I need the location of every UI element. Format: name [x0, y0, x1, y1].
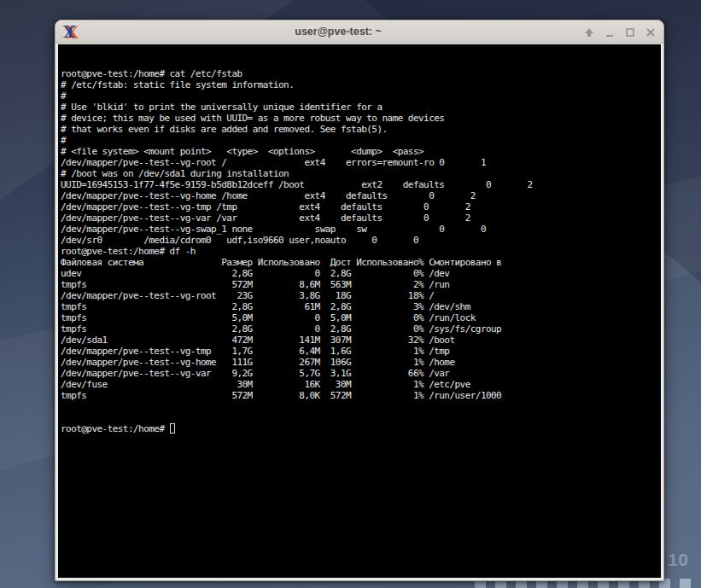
terminal-line: Файловая система Размер Использовано Дос…	[61, 257, 661, 268]
terminal-line: tmpfs 5,0M 0 5,0M 0% /run/lock	[61, 312, 661, 323]
terminal-line: /dev/mapper/pve--test--vg-var 9,2G 5,7G …	[61, 368, 661, 379]
terminal-line: # Use 'blkid' to print the universally u…	[61, 102, 661, 113]
terminal-line: udev 2,8G 0 2,8G 0% /dev	[61, 268, 661, 279]
terminal-line: /dev/mapper/pve--test--vg-var /var ext4 …	[61, 212, 661, 224]
terminal-line: #	[61, 135, 661, 146]
terminal-line: /dev/sr0 /media/cdrom0 udf,iso9660 user,…	[61, 235, 661, 246]
terminal-line: /dev/mapper/pve--test--vg-tmp 1,7G 6,4M …	[61, 346, 661, 357]
terminal-line: tmpfs 572M 8,6M 563M 2% /run	[61, 279, 661, 290]
terminal-line: tmpfs 2,8G 61M 2,8G 3% /dev/shm	[61, 301, 661, 312]
shade-up-arrow-icon[interactable]	[583, 26, 594, 38]
desktop: 10 X X user@pve-test: ~	[0, 0, 701, 588]
terminal-screen[interactable]: root@pve-test:/home# cat /etc/fstab# /et…	[58, 44, 661, 578]
terminal-cursor	[170, 423, 175, 434]
window-controls	[583, 20, 656, 44]
terminal-line: /dev/mapper/pve--test--vg-swap_1 none sw…	[61, 224, 661, 235]
titlebar[interactable]: X X user@pve-test: ~	[55, 20, 663, 44]
terminal-line: # that works even if disks are added and…	[61, 124, 661, 135]
terminal-window: X X user@pve-test: ~	[55, 20, 664, 581]
terminal-line: # device; this may be used with UUID= as…	[61, 113, 661, 124]
terminal-line: /dev/fuse 30M 16K 30M 1% /etc/pve	[61, 379, 661, 390]
terminal-line: /dev/mapper/pve--test--vg-home 111G 267M…	[61, 357, 661, 368]
close-icon[interactable]	[645, 26, 656, 38]
prompt-line: root@pve-test:/home#	[61, 423, 661, 434]
terminal-line: /dev/mapper/pve--test--vg-root 23G 3,8G …	[61, 290, 661, 301]
svg-text:X: X	[66, 23, 79, 41]
terminal-output: root@pve-test:/home# cat /etc/fstab# /et…	[61, 68, 661, 401]
terminal-line: # /boot was on /dev/sda1 during installa…	[61, 168, 661, 179]
terminal-line: root@pve-test:/home# cat /etc/fstab	[61, 68, 661, 79]
terminal-line: # /etc/fstab: static file system informa…	[61, 79, 661, 90]
window-title: user@pve-test: ~	[107, 26, 570, 38]
terminal-line: /dev/mapper/pve--test--vg-tmp /tmp ext4 …	[61, 201, 661, 212]
terminal-line: root@pve-test:/home# df -h	[61, 246, 661, 257]
wallpaper-version-label: 10	[668, 550, 688, 570]
maximize-icon[interactable]	[624, 26, 635, 38]
terminal-line: /dev/sda1 472M 141M 307M 32% /boot	[61, 335, 661, 346]
prompt-text: root@pve-test:/home#	[61, 423, 170, 434]
terminal-line: # <file system> <mount point> <type> <op…	[61, 146, 661, 157]
terminal-line: UUID=16945153-1f77-4f5e-9159-b5d8b12dcef…	[61, 179, 661, 190]
terminal-line: /dev/mapper/pve--test--vg-root / ext4 er…	[61, 157, 661, 168]
terminal-line: /dev/mapper/pve--test--vg-home /home ext…	[61, 190, 661, 201]
terminal-line: tmpfs 2,8G 0 2,8G 0% /sys/fs/cgroup	[61, 323, 661, 335]
terminal-line: #	[61, 90, 661, 102]
terminal-line: tmpfs 572M 8,0K 572M 1% /run/user/1000	[61, 390, 661, 401]
minimize-icon[interactable]	[604, 26, 615, 38]
xterm-icon: X X	[61, 22, 79, 41]
